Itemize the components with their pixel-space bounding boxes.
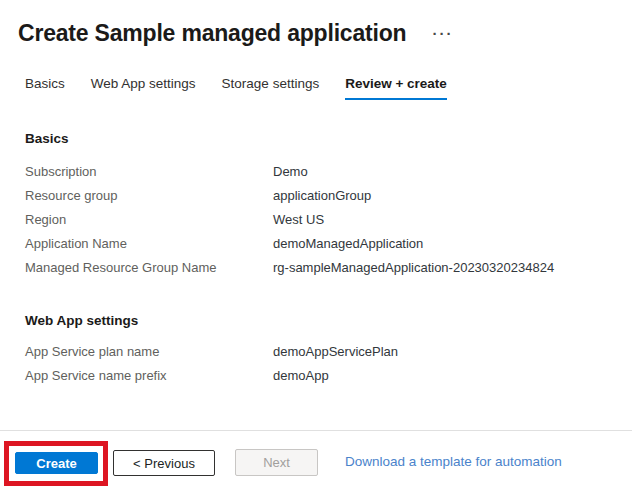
section-heading-web-app-settings: Web App settings: [25, 313, 138, 328]
field-value: rg-sampleManagedApplication-202303202348…: [273, 256, 554, 280]
field-value: applicationGroup: [273, 184, 371, 208]
download-template-link[interactable]: Download a template for automation: [345, 454, 562, 469]
tab-bar: Basics Web App settings Storage settings…: [25, 76, 447, 100]
next-button[interactable]: Next: [235, 449, 318, 476]
field-label: Application Name: [25, 232, 273, 256]
basics-review-list: Subscription Demo Resource group applica…: [25, 160, 554, 280]
tab-web-app-settings[interactable]: Web App settings: [91, 76, 196, 100]
field-label: App Service name prefix: [25, 364, 273, 388]
footer-divider: [0, 430, 632, 431]
field-value: Demo: [273, 160, 308, 184]
review-row-subscription: Subscription Demo: [25, 160, 554, 184]
review-row-app-service-prefix: App Service name prefix demoApp: [25, 364, 398, 388]
web-app-review-list: App Service plan name demoAppServicePlan…: [25, 340, 398, 388]
tab-storage-settings[interactable]: Storage settings: [222, 76, 320, 100]
create-button[interactable]: Create: [15, 452, 98, 474]
field-label: Region: [25, 208, 273, 232]
previous-button[interactable]: < Previous: [113, 450, 215, 476]
page-title: Create Sample managed application: [18, 20, 406, 47]
field-value: demoManagedApplication: [273, 232, 423, 256]
field-value: demoApp: [273, 364, 329, 388]
more-options-icon[interactable]: ···: [430, 24, 456, 44]
field-label: Resource group: [25, 184, 273, 208]
field-value: West US: [273, 208, 324, 232]
field-label: App Service plan name: [25, 340, 273, 364]
review-row-application-name: Application Name demoManagedApplication: [25, 232, 554, 256]
field-label: Managed Resource Group Name: [25, 256, 273, 280]
field-label: Subscription: [25, 160, 273, 184]
review-row-resource-group: Resource group applicationGroup: [25, 184, 554, 208]
section-heading-basics: Basics: [25, 131, 69, 146]
review-row-app-service-plan: App Service plan name demoAppServicePlan: [25, 340, 398, 364]
review-row-region: Region West US: [25, 208, 554, 232]
field-value: demoAppServicePlan: [273, 340, 398, 364]
tab-review-create[interactable]: Review + create: [345, 76, 447, 100]
tab-basics[interactable]: Basics: [25, 76, 65, 100]
review-row-managed-resource-group: Managed Resource Group Name rg-sampleMan…: [25, 256, 554, 280]
